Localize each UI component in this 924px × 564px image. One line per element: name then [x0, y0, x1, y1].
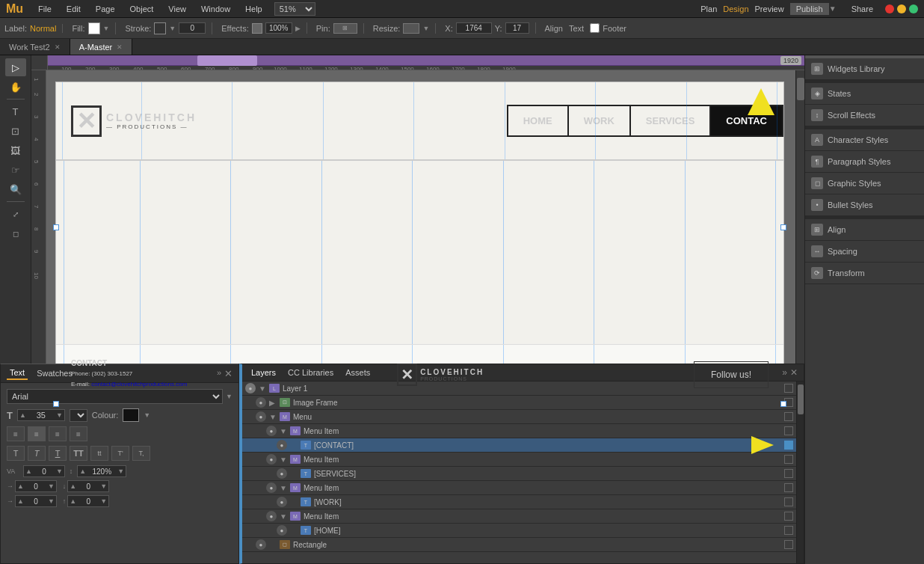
layer-row-home[interactable]: ● T [HOME] [242, 524, 796, 538]
services-vis[interactable]: ● [277, 468, 287, 479]
rp-paragraph-styles[interactable]: ¶ Paragraph Styles [805, 151, 924, 173]
menuitem1-expand[interactable]: ▼ [280, 427, 289, 435]
font-size-input[interactable] [28, 410, 55, 420]
tab-amaster[interactable]: A-Master ✕ [70, 39, 133, 55]
crop-tool[interactable]: ⤢ [5, 205, 26, 223]
rp-states[interactable]: ◈ States [805, 83, 924, 105]
align-left-btn[interactable]: ≡ [7, 426, 25, 441]
y-input[interactable] [505, 22, 529, 34]
contact-select[interactable] [784, 441, 793, 450]
tab-worktest2[interactable]: Work Test2 ✕ [0, 39, 70, 55]
text-panel-close[interactable]: ✕ [224, 368, 232, 379]
canvas-vscrollbar[interactable] [795, 70, 804, 399]
colour-arrow[interactable]: ▼ [144, 411, 150, 419]
leading-input[interactable] [87, 468, 116, 476]
scroll-thumb[interactable] [197, 55, 257, 66]
align-label[interactable]: Align [545, 24, 563, 33]
space2-input[interactable] [78, 497, 99, 506]
layer-row-services[interactable]: ● T [SERVICES] [242, 467, 796, 481]
style-italic-btn[interactable]: T [28, 446, 46, 461]
font-select[interactable]: Arial [7, 389, 223, 404]
style-small-caps-btn[interactable]: tt [90, 446, 108, 461]
contact-vis[interactable]: ● [277, 440, 287, 450]
home-select[interactable] [784, 526, 793, 535]
lead-down[interactable]: ▼ [116, 466, 126, 476]
rp-align[interactable]: ⊞ Align [805, 219, 924, 241]
rect-vis[interactable]: ● [256, 539, 266, 550]
home-vis[interactable]: ● [277, 525, 287, 536]
layer1-vis[interactable]: ● [245, 383, 256, 393]
close-window-button[interactable] [885, 4, 894, 13]
layers-collapse-btn[interactable]: » [782, 367, 787, 378]
rp-transform[interactable]: ⟳ Transform [805, 263, 924, 284]
nav-home[interactable]: HOME [508, 106, 569, 135]
space1-up[interactable]: ▲ [68, 481, 78, 491]
text-tool[interactable]: T [5, 102, 26, 120]
plan-button[interactable]: Plan [700, 4, 717, 13]
menuitem1-vis[interactable]: ● [266, 426, 277, 436]
footer-email-link[interactable]: contact@clovehitchproductions.com [91, 381, 187, 387]
colour-swatch[interactable] [123, 408, 139, 422]
menuitem3-select[interactable] [784, 483, 793, 492]
size-down-arrow[interactable]: ▼ [55, 410, 64, 420]
preview-button[interactable]: Preview [755, 4, 784, 13]
work-select[interactable] [784, 497, 793, 506]
swatches-tab[interactable]: Swatches [34, 367, 76, 379]
share-button[interactable]: Share [851, 4, 873, 13]
selection-handle-left[interactable] [53, 224, 59, 230]
rp-scroll-effects[interactable]: ↕ Scroll Effects [805, 105, 924, 126]
hand-tool[interactable]: ☞ [5, 161, 26, 179]
align-right-btn[interactable]: ≡ [49, 426, 67, 441]
menu-expand[interactable]: ▼ [269, 413, 278, 421]
style-bold-btn[interactable]: TT [70, 446, 87, 461]
lead-up[interactable]: ▲ [78, 466, 87, 476]
menuitem2-expand[interactable]: ▼ [280, 456, 289, 464]
zoom-select[interactable]: 51%100%75% [274, 2, 315, 16]
footer-checkbox[interactable] [590, 23, 600, 33]
rect-select[interactable] [784, 540, 793, 549]
selection-handle-right[interactable] [780, 224, 786, 230]
style-regular-btn[interactable]: T [7, 446, 25, 461]
minimize-window-button[interactable] [897, 4, 906, 13]
style-superscript-btn[interactable]: T' [111, 446, 129, 461]
layer-row-menuitem1[interactable]: ● ▼ M Menu Item [242, 424, 796, 438]
fill-swatch[interactable] [88, 22, 100, 34]
nav-work[interactable]: WORK [569, 106, 631, 135]
layers-scrollbar[interactable] [796, 381, 804, 563]
menuitem4-select[interactable] [784, 512, 793, 521]
style-subscript-btn[interactable]: T, [132, 446, 150, 461]
frame-tool[interactable]: ⊡ [5, 122, 26, 140]
assets-tab[interactable]: Assets [342, 367, 373, 378]
menu-vis[interactable]: ● [256, 411, 266, 422]
effects-value-input[interactable] [265, 22, 292, 34]
text-tab[interactable]: Text [7, 367, 28, 380]
indent1-down[interactable]: ▼ [46, 481, 56, 491]
layers-scrollthumb[interactable] [798, 384, 804, 414]
space1-down[interactable]: ▼ [99, 481, 108, 491]
design-button[interactable]: Design [723, 4, 748, 13]
menuitem3-vis[interactable]: ● [266, 482, 277, 493]
publish-button[interactable]: Publish [790, 3, 829, 15]
kern-up[interactable]: ▲ [24, 466, 34, 476]
menu-select[interactable] [784, 412, 793, 421]
select-tool[interactable]: ▷ [5, 58, 26, 76]
layer-row-menuitem3[interactable]: ● ▼ M Menu Item [242, 481, 796, 495]
layers-close-btn[interactable]: ✕ [790, 367, 798, 378]
shape-tool[interactable]: ◻ [5, 224, 26, 242]
layer1-select[interactable] [784, 384, 793, 393]
layer-row-menu[interactable]: ● ▼ M Menu [242, 410, 796, 424]
layer-row-imageframe[interactable]: ● ▶ ⊡ Image Frame [242, 396, 796, 410]
space1-input[interactable] [78, 482, 99, 491]
menu-view[interactable]: View [165, 3, 189, 15]
menuitem4-vis[interactable]: ● [266, 511, 277, 521]
x-input[interactable] [456, 22, 492, 34]
rp-character-styles[interactable]: A Character Styles [805, 129, 924, 151]
maximize-window-button[interactable] [909, 4, 918, 13]
services-select[interactable] [784, 469, 793, 478]
layer-row-menuitem4[interactable]: ● ▼ M Menu Item [242, 509, 796, 524]
menu-help[interactable]: Help [242, 3, 265, 15]
image-tool[interactable]: 🖼 [5, 141, 26, 159]
menuitem3-expand[interactable]: ▼ [280, 484, 289, 492]
size-up-arrow[interactable]: ▲ [18, 410, 28, 420]
footer-follow-button[interactable]: Follow us! [694, 361, 769, 388]
